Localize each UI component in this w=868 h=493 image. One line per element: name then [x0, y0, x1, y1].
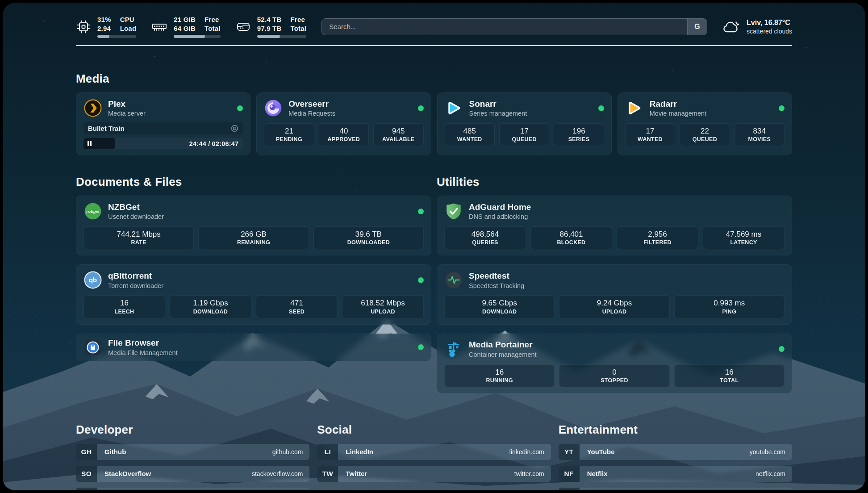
stat-download: 1.19 GbpsDOWNLOAD	[170, 295, 251, 318]
section-utilities: Utilities	[437, 175, 792, 393]
stat-series: 196SERIES	[554, 123, 604, 146]
status-online-dot	[418, 344, 424, 350]
stat-downloaded: 39.6 TBDOWNLOADED	[313, 226, 424, 249]
app-description: Media server	[108, 110, 146, 117]
card-sonarr[interactable]: Sonarr Series management 485WANTED 17QUE…	[437, 92, 612, 155]
disk-progress-bar	[257, 35, 306, 38]
card-nzbget[interactable]: nzbget NZBGet Usenet downloader	[76, 196, 431, 255]
svg-text:nzbget: nzbget	[86, 209, 100, 214]
stat-latency: 47.569 msLATENCY	[703, 226, 785, 249]
link-netflix[interactable]: NF Netflix netflix.com	[559, 466, 792, 482]
portainer-icon	[444, 340, 463, 359]
card-adguard[interactable]: AdGuard Home DNS and adblocking 498,564Q…	[437, 196, 792, 255]
status-online-dot	[418, 105, 424, 111]
stat-queued: 22QUEUED	[680, 123, 730, 146]
memory-ram-icon	[151, 19, 167, 34]
app-description: Movie management	[650, 110, 706, 117]
link-name: Github	[104, 448, 126, 455]
search-bar: G	[321, 18, 707, 35]
memory-labels: FreeTotal	[204, 15, 221, 33]
now-playing-row: Bullet Train	[83, 122, 243, 134]
link-twitter[interactable]: TW Twitter twitter.com	[317, 466, 551, 482]
memory-progress-bar	[174, 35, 220, 38]
developer-section-title: Developer	[76, 423, 309, 437]
card-plex[interactable]: Plex Media server Bullet Train	[76, 92, 250, 155]
app-description: DNS and adblocking	[469, 213, 531, 220]
svg-text:qb: qb	[89, 277, 97, 284]
disk-values: 52.4 TB97.9 TB	[257, 15, 282, 33]
stat-movies: 834MOVIES	[734, 123, 785, 146]
link-name: StackOverflow	[104, 470, 151, 477]
link-abbr: YT	[559, 444, 580, 460]
nzbget-icon: nzbget	[83, 202, 102, 221]
stat-approved: 40APPROVED	[319, 123, 369, 146]
dashboard-background: 31%2.94 CPULoad	[3, 3, 865, 490]
section-media: Media Plex	[76, 72, 792, 155]
sonarr-icon	[445, 99, 463, 117]
cpu-labels: CPULoad	[120, 15, 137, 33]
search-input[interactable]	[322, 19, 687, 35]
card-filebrowser[interactable]: File Browser Media File Management	[76, 334, 431, 361]
link-url: github.com	[272, 448, 303, 455]
link-abbr: GH	[76, 444, 97, 460]
overseerr-icon	[264, 99, 283, 117]
app-name: Sonarr	[469, 99, 527, 109]
card-overseerr[interactable]: Overseerr Media Requests 21PENDING 40APP…	[256, 92, 431, 155]
video-camera-icon	[231, 125, 238, 132]
stat-running: 16RUNNING	[444, 364, 555, 387]
card-portainer[interactable]: Media Portainer Container management 16R…	[437, 334, 792, 393]
weather-location-temp: Lviv, 16.87°C	[747, 18, 792, 28]
dashboard-page: 31%2.94 CPULoad	[0, 0, 868, 493]
stat-rate: 744.21 MbpsRATE	[83, 226, 194, 249]
header-divider	[76, 45, 792, 46]
link-abbr: NF	[559, 466, 580, 482]
stat-seed: 471SEED	[256, 295, 338, 318]
link-stackoverflow[interactable]: SO StackOverflow stackoverflow.com	[76, 466, 309, 482]
disk-drive-icon	[236, 19, 251, 34]
link-url: stackoverflow.com	[252, 470, 303, 477]
section-documents-files: Documents & Files nzbget	[76, 175, 431, 393]
link-youtube[interactable]: YT YouTube youtube.com	[559, 444, 792, 460]
app-name: qBittorrent	[108, 271, 163, 281]
link-reddit[interactable]: RE Reddit reddit.com	[559, 488, 792, 490]
stat-total: 16TOTAL	[674, 364, 785, 387]
app-name: Media Portainer	[469, 340, 537, 350]
disk-labels: FreeTotal	[290, 15, 306, 33]
link-url: netflix.com	[755, 470, 785, 477]
link-dev-to[interactable]: DT DEV dev.to	[76, 488, 309, 490]
weather-widget[interactable]: Lviv, 16.87°C scattered clouds	[722, 18, 792, 35]
radarr-icon	[625, 99, 644, 117]
app-name: NZBGet	[108, 202, 164, 213]
stat-download: 9.65 GbpsDOWNLOAD	[444, 295, 555, 318]
link-github[interactable]: GH Github github.com	[76, 444, 309, 460]
disk-widget: 52.4 TB97.9 TB FreeTotal	[236, 15, 306, 38]
link-linkedin[interactable]: LI LinkedIn linkedin.com	[317, 444, 551, 460]
app-description: Media File Management	[108, 349, 178, 356]
link-name: YouTube	[587, 448, 615, 455]
playback-time: 24:44 / 02:06:47	[189, 140, 238, 147]
now-playing-title: Bullet Train	[88, 125, 125, 132]
stat-queued: 17QUEUED	[499, 123, 549, 146]
stat-stopped: 0STOPPED	[559, 364, 669, 387]
playback-progress-bar[interactable]: 24:44 / 02:06:47	[83, 138, 243, 149]
search-engine-button[interactable]: G	[687, 19, 707, 35]
link-name: Netflix	[587, 470, 608, 477]
app-name: Overseerr	[288, 99, 335, 109]
pause-icon[interactable]	[88, 141, 92, 146]
stat-ping: 0.993 msPING	[674, 295, 785, 318]
stat-wanted: 17WANTED	[625, 123, 675, 146]
memory-widget: 21 GiB64 GiB FreeTotal	[151, 15, 220, 38]
card-radarr[interactable]: Radarr Movie management 17WANTED 22QUEUE…	[618, 92, 792, 155]
speedtest-icon	[444, 271, 463, 289]
cpu-chip-icon	[76, 19, 91, 34]
weather-condition: scattered clouds	[747, 28, 792, 35]
app-description: Speedtest Tracking	[469, 282, 524, 289]
app-name: File Browser	[108, 338, 178, 348]
section-entertainment: Entertainment YT YouTube youtube.com NF …	[559, 423, 792, 490]
link-name: LinkedIn	[346, 448, 373, 455]
card-qbittorrent[interactable]: qb qBittorrent Torrent downloader	[76, 264, 431, 324]
cpu-progress-bar	[97, 35, 136, 38]
card-speedtest[interactable]: Speedtest Speedtest Tracking 9.65 GbpsDO…	[437, 264, 792, 324]
app-description: Series management	[469, 110, 527, 117]
status-online-dot	[418, 277, 424, 283]
